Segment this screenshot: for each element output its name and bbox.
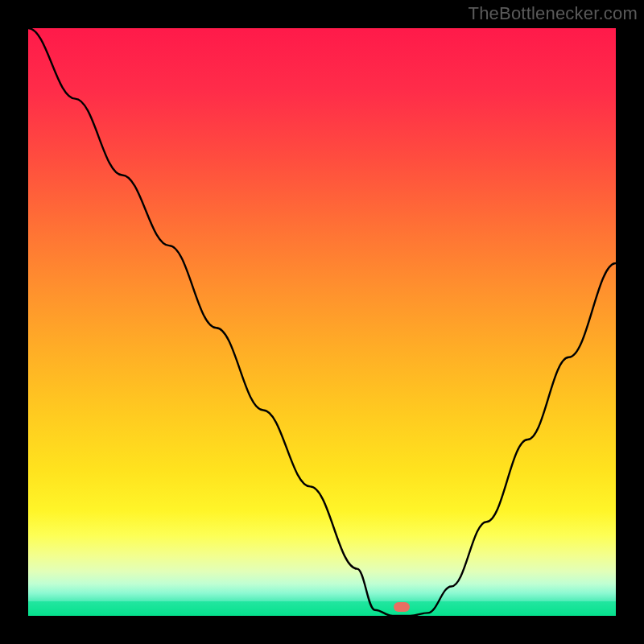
- plot-area: [28, 28, 616, 616]
- chart-frame: TheBottlenecker.com: [0, 0, 644, 644]
- optimal-marker: [394, 602, 410, 612]
- watermark-text: TheBottlenecker.com: [469, 3, 638, 24]
- bottleneck-curve: [28, 28, 616, 616]
